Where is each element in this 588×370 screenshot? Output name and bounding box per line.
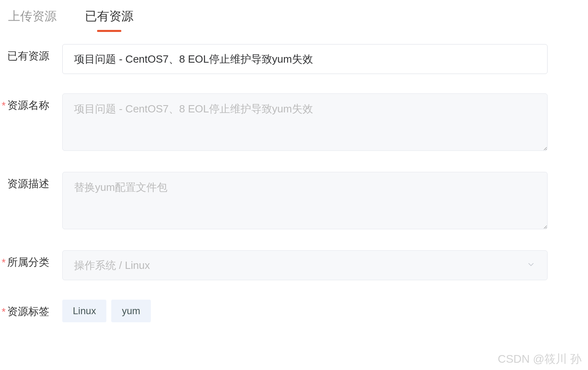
label-wrap: * 资源名称 [2,93,62,112]
tab-bar: 上传资源 已有资源 [0,0,588,32]
resource-name-textarea[interactable] [62,93,548,151]
label-tags: 资源标签 [7,304,49,319]
required-marker: * [2,257,6,268]
label-wrap: * 已有资源 [2,44,62,63]
existing-resource-input[interactable] [62,44,548,74]
resource-form: * 已有资源 * 资源名称 * 资源描述 * 所属分类 操作系 [0,32,588,322]
label-resource-name: 资源名称 [7,98,49,112]
required-marker: * [2,307,6,317]
label-resource-description: 资源描述 [7,177,49,191]
row-category: * 所属分类 操作系统 / Linux [0,250,588,280]
resource-description-textarea[interactable] [62,172,548,229]
tab-upload-resource[interactable]: 上传资源 [8,8,57,32]
tag-item[interactable]: Linux [62,300,106,322]
label-wrap: * 资源标签 [2,300,62,319]
row-tags: * 资源标签 Linux yum [0,300,588,322]
watermark: CSDN @筱川 孙 [498,351,582,367]
chevron-down-icon [526,260,536,271]
row-resource-description: * 资源描述 [0,172,588,231]
tags-container: Linux yum [62,300,548,322]
label-existing-resource: 已有资源 [7,49,49,63]
category-value: 操作系统 / Linux [74,258,150,273]
required-marker: * [2,100,6,111]
tab-existing-resource[interactable]: 已有资源 [85,8,133,32]
row-resource-name: * 资源名称 [0,93,588,152]
row-existing-resource: * 已有资源 [0,44,588,74]
label-wrap: * 所属分类 [2,250,62,269]
tag-item[interactable]: yum [111,300,150,322]
category-select[interactable]: 操作系统 / Linux [62,250,548,280]
label-wrap: * 资源描述 [2,172,62,191]
label-category: 所属分类 [7,255,49,269]
